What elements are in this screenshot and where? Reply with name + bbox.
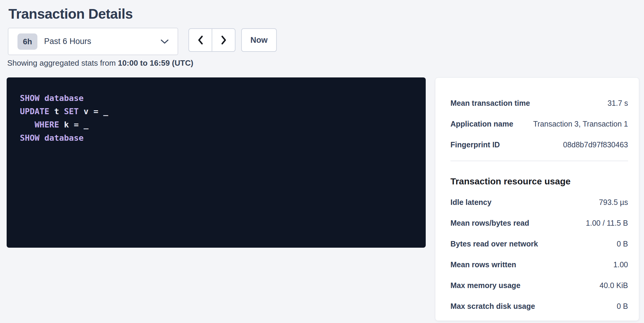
chevron-right-icon: [220, 35, 227, 45]
card-divider: [450, 161, 628, 161]
main-content: SHOW databaseUPDATE t SET v = _ WHERE k …: [7, 77, 644, 321]
stat-row: Mean rows written1.00: [450, 260, 628, 269]
sql-token-keyword: SHOW database: [20, 93, 84, 103]
sql-token-keyword: UPDATE: [20, 107, 49, 116]
stat-value: 08d8b7d97f830463: [563, 140, 628, 149]
stats-period-text: Showing aggregated stats from 10:00 to 1…: [7, 58, 644, 68]
stats-period-prefix: Showing aggregated stats from: [7, 58, 118, 67]
stat-row: Idle latency793.5 µs: [450, 197, 628, 207]
stat-row: Max scratch disk usage0 B: [450, 301, 628, 311]
next-time-button[interactable]: [212, 28, 235, 52]
prev-time-button[interactable]: [188, 28, 212, 52]
sql-token-plain: [20, 120, 35, 129]
time-range-dropdown[interactable]: 6h Past 6 Hours: [8, 28, 178, 55]
stat-value: 40.0 KiB: [599, 281, 628, 290]
stat-label: Max memory usage: [450, 281, 528, 290]
sql-line: WHERE k = _: [20, 118, 420, 131]
stat-value: 793.5 µs: [599, 197, 628, 207]
page-title: Transaction Details: [8, 6, 644, 22]
stat-value: Transaction 3, Transaction 1: [533, 119, 628, 129]
resource-usage-heading: Transaction resource usage: [450, 176, 628, 187]
stat-row: Bytes read over network0 B: [450, 239, 628, 249]
time-nav-buttons: [188, 28, 235, 52]
stat-label: Bytes read over network: [450, 239, 545, 249]
stat-row: Max memory usage40.0 KiB: [450, 281, 628, 290]
time-range-label: Past 6 Hours: [44, 37, 91, 46]
stat-value: 0 B: [617, 239, 628, 249]
stat-label: Max scratch disk usage: [450, 301, 542, 311]
stat-value: 1.00: [613, 260, 628, 269]
sql-token-keyword: SET: [64, 107, 79, 116]
stat-value: 1.00 / 11.5 B: [586, 218, 628, 228]
sql-statement-box: SHOW databaseUPDATE t SET v = _ WHERE k …: [7, 77, 426, 248]
stat-value: 0 B: [617, 301, 628, 311]
stat-label: Fingerprint ID: [450, 140, 507, 149]
sql-token-plain: t: [49, 107, 64, 116]
time-controls: 6h Past 6 Hours Now: [8, 28, 644, 55]
resource-rows: Idle latency793.5 µsMean rows/bytes read…: [450, 197, 628, 311]
sql-line: UPDATE t SET v = _: [20, 105, 420, 118]
sql-token-plain: k = _: [59, 120, 89, 129]
stat-label: Mean rows/bytes read: [450, 218, 536, 228]
stat-row: Mean transaction time31.7 s: [450, 98, 628, 108]
summary-rows: Mean transaction time31.7 sApplication n…: [450, 98, 628, 149]
chevron-down-icon: [160, 39, 169, 44]
sql-line: SHOW database: [20, 131, 420, 145]
transaction-summary-card: Mean transaction time31.7 sApplication n…: [435, 77, 639, 321]
stat-label: Mean transaction time: [450, 98, 537, 108]
chevron-left-icon: [197, 35, 204, 45]
stat-row: Mean rows/bytes read1.00 / 11.5 B: [450, 218, 628, 228]
sql-line: SHOW database: [20, 92, 420, 105]
stat-label: Mean rows written: [450, 260, 523, 269]
stats-period-range: 10:00 to 16:59 (UTC): [118, 58, 193, 67]
sql-token-keyword: SHOW database: [20, 133, 84, 143]
stat-label: Idle latency: [450, 197, 499, 207]
stat-row: Fingerprint ID08d8b7d97f830463: [450, 140, 628, 149]
time-range-badge: 6h: [17, 33, 37, 50]
sql-token-keyword: WHERE: [35, 120, 59, 129]
now-button[interactable]: Now: [241, 28, 277, 52]
stat-label: Application name: [450, 119, 520, 129]
sql-token-plain: v = _: [79, 107, 108, 116]
stat-row: Application nameTransaction 3, Transacti…: [450, 119, 628, 129]
stat-value: 31.7 s: [608, 98, 628, 108]
